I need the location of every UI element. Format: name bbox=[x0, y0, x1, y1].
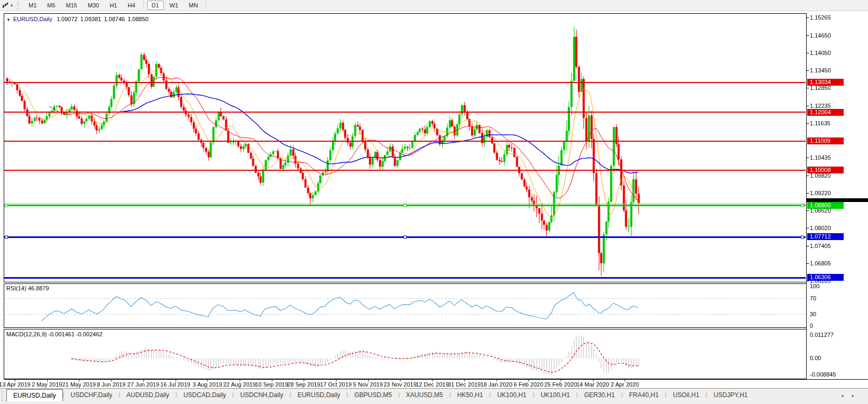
price-line-label: 1.08800 bbox=[807, 202, 844, 209]
toolbar-separator bbox=[143, 2, 144, 9]
tab-scroll-right-icon[interactable]: ▸ bbox=[852, 393, 863, 398]
chart-cursor-icon[interactable] bbox=[1, 1, 10, 10]
chart-title: ▼EURUSD,Daily1.090721.093811.087461.0885… bbox=[6, 16, 151, 22]
top-toolbar: ▾ M1M5M15M30H1H4D1W1MN bbox=[0, 0, 868, 11]
price-tick-label: 1.07405 bbox=[810, 243, 831, 249]
time-axis-label: 13 Apr 2019 bbox=[0, 381, 31, 388]
chart-window: ▼EURUSD,Daily1.090721.093811.087461.0885… bbox=[0, 11, 868, 389]
price-tick-label: 1.13450 bbox=[810, 67, 831, 74]
chart-tab-usdjpy-h1[interactable]: USDJPY,H1 bbox=[707, 389, 754, 401]
time-axis-label: 17 Oct 2019 bbox=[320, 381, 352, 388]
price-line-label: 1.07712 bbox=[807, 233, 844, 240]
macd-label: MACD(12,26,9) -0.001461 -0.002462 bbox=[6, 331, 103, 337]
timeframe-button-m5[interactable]: M5 bbox=[42, 1, 60, 10]
time-axis-label: 5 Nov 2019 bbox=[353, 381, 383, 388]
rsi-scale-label: 0 bbox=[810, 323, 813, 329]
price-tick-label: 1.10435 bbox=[810, 154, 831, 161]
chart-tabs: EURUSD,Daily|USDCHF,Daily|AUDUSD,Daily|U… bbox=[6, 389, 754, 401]
time-axis-label: 3 Aug 2019 bbox=[193, 381, 222, 388]
time-axis-label: 2 Apr 2020 bbox=[611, 381, 639, 388]
chart-tab-uk100-h1[interactable]: UK100,H1 bbox=[534, 389, 576, 401]
macd-scale-label: 0.011277 bbox=[810, 332, 834, 338]
chart-tab-gbpusd-m5[interactable]: GBPUSD,M5 bbox=[348, 389, 398, 401]
time-axis-label: 22 Aug 2019 bbox=[223, 381, 256, 388]
time-axis-label: 21 May 2019 bbox=[62, 381, 96, 388]
price-line-label: 1.13034 bbox=[807, 79, 844, 86]
time-axis-label: 12 Dec 2019 bbox=[416, 381, 449, 388]
price-tick-label: 1.09220 bbox=[810, 190, 831, 196]
price-tick-label: 1.15265 bbox=[810, 14, 831, 21]
price-line-label: 1.10008 bbox=[807, 167, 844, 173]
chart-tab-usdcad-daily[interactable]: USDCAD,Daily bbox=[177, 389, 233, 401]
price-line-label: 1.11009 bbox=[807, 137, 844, 144]
price-line-label: 1.12004 bbox=[807, 109, 844, 116]
chart-symbol-label: EURUSD,Daily bbox=[13, 16, 52, 22]
timeframe-button-m30[interactable]: M30 bbox=[83, 1, 104, 10]
toolbar-grip[interactable] bbox=[17, 2, 21, 9]
chart-tab-usoil-h1[interactable]: USOil,H1 bbox=[666, 389, 706, 401]
timeframe-button-mn[interactable]: MN bbox=[184, 1, 203, 10]
tab-bar-grip[interactable] bbox=[2, 391, 4, 401]
chart-tab-hk50-h1[interactable]: HK50,H1 bbox=[451, 389, 489, 401]
time-axis-label: 14 Mar 2020 bbox=[577, 381, 609, 388]
timeframe-button-d1[interactable]: D1 bbox=[147, 1, 164, 10]
chart-tab-bar: EURUSD,Daily|USDCHF,Daily|AUDUSD,Daily|U… bbox=[0, 388, 868, 404]
time-axis-label: 27 Jun 2019 bbox=[127, 381, 160, 388]
price-tick-label: 1.14650 bbox=[810, 32, 831, 39]
time-axis-label: 10 Sep 2019 bbox=[255, 381, 288, 388]
price-chart-canvas[interactable] bbox=[0, 11, 868, 404]
chart-cursor-dropdown-icon[interactable]: ▾ bbox=[11, 3, 13, 8]
chart-tab-uk100-h1[interactable]: UK100,H1 bbox=[491, 389, 533, 401]
chart-tab-xauusd-m5[interactable]: XAUUSD,M5 bbox=[399, 389, 449, 401]
ohlc-low: 1.08746 bbox=[104, 16, 125, 22]
chart-tab-usdchf-daily[interactable]: USDCHF,Daily bbox=[65, 389, 119, 401]
chart-tab-usdcnh-daily[interactable]: USDCNH,Daily bbox=[234, 389, 289, 401]
timeframe-button-h1[interactable]: H1 bbox=[105, 1, 122, 10]
chart-tab-ger30-h1[interactable]: GER30,H1 bbox=[578, 389, 621, 401]
timeframe-button-w1[interactable]: W1 bbox=[165, 1, 184, 10]
time-axis-label: 25 Feb 2020 bbox=[544, 381, 577, 388]
ohlc-high: 1.09381 bbox=[80, 16, 102, 22]
timeframe-buttons: M1M5M15M30H1H4D1W1MN bbox=[23, 1, 209, 10]
bid-price-marker bbox=[807, 198, 868, 202]
price-tick-label: 1.14050 bbox=[810, 50, 831, 56]
tab-scroll-left-icon[interactable]: ◂ bbox=[841, 393, 852, 398]
time-axis-label: 31 Dec 2019 bbox=[448, 381, 481, 388]
chart-tab-audusd-daily[interactable]: AUDUSD,Daily bbox=[120, 389, 176, 401]
chart-tab-eurusd-daily[interactable]: EURUSD,Daily bbox=[6, 389, 63, 401]
timeframe-button-m1[interactable]: M1 bbox=[24, 1, 41, 10]
chart-tab-fra40-h1[interactable]: FRA40,H1 bbox=[623, 389, 665, 401]
symbol-collapse-icon[interactable]: ▼ bbox=[6, 17, 11, 22]
price-tick-label: 1.11635 bbox=[810, 120, 830, 126]
timeframe-button-m15[interactable]: M15 bbox=[61, 1, 82, 10]
chart-tab-eurusd-daily[interactable]: EURUSD,Daily bbox=[291, 389, 346, 401]
time-axis-label: 16 Jul 2019 bbox=[160, 381, 190, 388]
time-axis-label: 18 Jan 2020 bbox=[480, 381, 513, 388]
rsi-scale-label: 70 bbox=[810, 295, 816, 301]
timeframe-button-h4[interactable]: H4 bbox=[123, 1, 140, 10]
rsi-scale-label: 30 bbox=[810, 311, 816, 317]
toolbar-separator bbox=[206, 2, 206, 9]
ohlc-open: 1.09072 bbox=[57, 16, 78, 22]
price-tick-label: 1.06805 bbox=[810, 260, 831, 267]
price-tick-label: 1.08020 bbox=[810, 225, 831, 231]
ohlc-close: 1.08850 bbox=[127, 16, 149, 22]
time-axis-label: 2 May 2019 bbox=[32, 381, 62, 388]
time-axis-label: 28 Sep 2019 bbox=[287, 381, 320, 388]
time-axis-label: 8 Jun 2019 bbox=[97, 381, 125, 388]
price-tick-label: 1.12235 bbox=[810, 103, 831, 109]
rsi-scale-label: 100 bbox=[810, 283, 819, 289]
tab-scroll-buttons: ◂▸ bbox=[841, 393, 863, 398]
macd-scale-label: -0.008845 bbox=[810, 371, 836, 378]
price-line-label: 1.06306 bbox=[807, 274, 844, 281]
time-axis-label: 23 Nov 2019 bbox=[383, 381, 416, 388]
rsi-label: RSI(14) 46.8879 bbox=[6, 285, 49, 291]
macd-scale-label: 0.00 bbox=[810, 355, 821, 361]
time-axis-label: 6 Feb 2020 bbox=[514, 381, 543, 388]
